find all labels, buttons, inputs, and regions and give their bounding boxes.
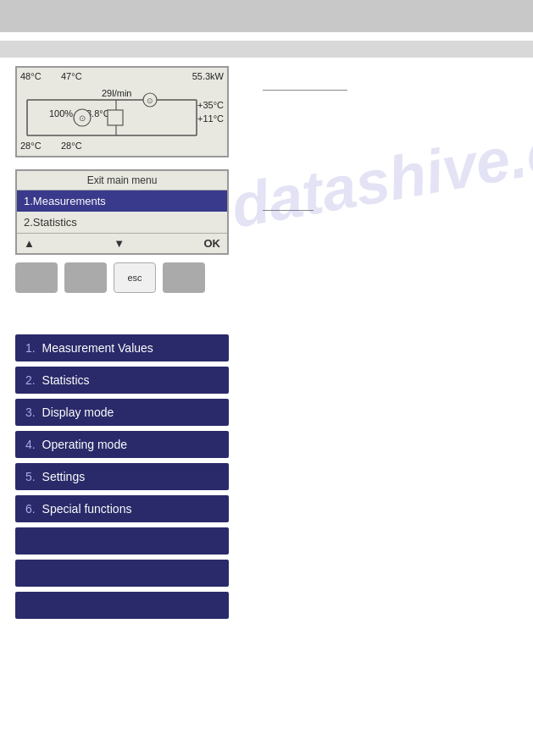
menu-label-6: Special functions <box>42 502 132 516</box>
menu-box: Exit main menu 1.Measurements 2.Statisti… <box>15 169 229 255</box>
menu-label-3: Display mode <box>42 406 114 419</box>
nav-ok[interactable]: OK <box>204 237 221 250</box>
menu-num-3: 3. <box>25 406 36 419</box>
menu-num-6: 6. <box>25 502 36 516</box>
svg-rect-8 <box>108 110 123 125</box>
lcd-temp-47: 47°C <box>61 71 82 81</box>
button-4[interactable] <box>163 262 205 293</box>
menu-title: Exit main menu <box>17 171 227 190</box>
menu-label-2: Statistics <box>42 373 90 387</box>
menu-num-5: 5. <box>25 470 36 483</box>
menu-num-1: 1. <box>25 341 36 355</box>
nav-down[interactable]: ▼ <box>114 237 125 250</box>
menu-item-measurements[interactable]: 1.Measurements <box>17 190 227 212</box>
menu-num-4: 4. <box>25 438 36 451</box>
button-2[interactable] <box>64 262 107 293</box>
second-bar <box>0 41 533 58</box>
svg-text:⊙: ⊙ <box>79 113 86 123</box>
menu-label-1: Measurement Values <box>42 341 153 355</box>
menu-num-2: 2. <box>25 373 36 387</box>
menu-list-item-1[interactable]: 1. Measurement Values <box>15 334 229 361</box>
menu-list-item-5[interactable]: 5. Settings <box>15 463 229 490</box>
menu-list-item-6[interactable]: 6. Special functions <box>15 495 229 522</box>
right-line-1 <box>263 90 347 91</box>
button-esc[interactable]: esc <box>114 262 156 293</box>
button-1[interactable] <box>15 262 58 293</box>
top-bar <box>0 0 533 32</box>
menu-item-statistics[interactable]: 2.Statistics <box>17 212 227 233</box>
right-line-2 <box>263 210 314 211</box>
watermark: datashive.com <box>226 99 533 241</box>
lcd-display: 48°C 47°C 55.3kW 29l/min 100% 3.8°C +35°… <box>15 66 229 157</box>
svg-text:⊙: ⊙ <box>147 97 153 105</box>
menu-label-5: Settings <box>42 470 86 483</box>
menu-list-item-2[interactable]: 2. Statistics <box>15 367 229 394</box>
menu-list-item-4[interactable]: 4. Operating mode <box>15 431 229 458</box>
nav-up[interactable]: ▲ <box>24 237 35 250</box>
lcd-kw: 55.3kW <box>192 71 224 81</box>
menu-list-item-7 <box>15 527 229 555</box>
menu-list-item-9 <box>15 592 229 619</box>
menu-list-item-3[interactable]: 3. Display mode <box>15 399 229 426</box>
menu-nav: ▲ ▼ OK <box>17 233 227 253</box>
pipe-diagram: ⊙ ⊙ <box>19 85 205 148</box>
buttons-row: esc <box>15 262 205 293</box>
menu-label-4: Operating mode <box>42 438 127 451</box>
menu-list-item-8 <box>15 560 229 587</box>
menu-list: 1. Measurement Values 2. Statistics 3. D… <box>15 334 229 619</box>
lcd-temp-48: 48°C <box>20 71 42 81</box>
